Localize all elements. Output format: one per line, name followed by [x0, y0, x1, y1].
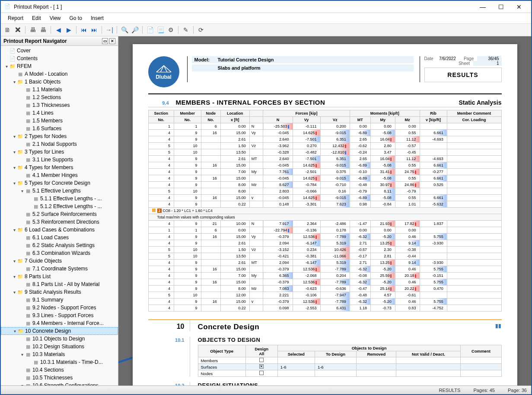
tree-item[interactable]: ▾▦5.1 Effective Lengths — [1, 187, 118, 195]
zoom-in-icon[interactable]: 🔍 — [120, 25, 129, 35]
minimize-button[interactable]: — — [474, 2, 491, 12]
header-icon[interactable]: 📃 — [156, 25, 165, 35]
grid-icon: ▦ — [25, 367, 31, 373]
tree-item[interactable]: ▾▦10.6 Strength Configurations — [1, 382, 118, 385]
folder-icon: 📁 — [17, 180, 23, 186]
last-icon[interactable]: ⏭ — [89, 25, 99, 35]
settings-icon[interactable]: ⚙ — [166, 25, 175, 35]
tree-item[interactable]: ▦5.1.1 Effective Lengths - ... — [1, 195, 118, 202]
prev-icon[interactable]: ◀ — [54, 25, 63, 35]
grid-icon: ▦ — [25, 382, 31, 385]
tree-item[interactable]: ▦10.1 Objects to Design — [1, 335, 118, 343]
tree-item[interactable]: ▦1.3 Thicknesses — [1, 101, 118, 109]
print-all-icon[interactable]: 🖶 — [38, 25, 48, 35]
report-viewport[interactable]: Dlubal Model: Tutorial Concrete Design S… — [118, 36, 531, 385]
tree-item[interactable]: ▦5.2 Surface Reinforcements — [1, 210, 118, 218]
tree-item[interactable]: ▦9.2 Nodes - Support Forces — [1, 304, 118, 312]
tree-item[interactable]: 📄Contents — [1, 55, 118, 62]
grid-icon: ▦ — [25, 344, 31, 350]
close-button[interactable]: ✕ — [510, 2, 528, 12]
tree-item[interactable]: ▾📁3 Types for Lines — [1, 148, 118, 156]
tree-item[interactable]: ▦5.3 Reinforcement Directions — [1, 218, 118, 226]
first-icon[interactable]: ⏮ — [79, 25, 89, 35]
tree-item[interactable]: ▦2.1 Nodal Supports — [1, 140, 118, 148]
grid-icon: ▦ — [25, 312, 31, 318]
tree-item[interactable]: ▾📁5 Types for Concrete Design — [1, 179, 118, 187]
tree-item[interactable]: ▦1.1 Materials — [1, 86, 118, 93]
navigator-tree[interactable]: 📄Cover📄Contents▾📁RFEM▦A Model - Location… — [1, 46, 118, 385]
tree-item[interactable]: ▦A Model - Location — [1, 70, 118, 78]
section-9-4-header: 9.4 MEMBERS - INTERNAL FORCES BY SECTION… — [148, 99, 502, 107]
grid-icon: ▦ — [25, 234, 31, 241]
menu-goto[interactable]: Go to — [65, 14, 86, 22]
edit-icon[interactable]: ✎ — [181, 25, 191, 35]
tree-item[interactable]: ▦6.2 Static Analysis Settings — [1, 241, 118, 249]
status-pages: Pages: 45 — [473, 388, 495, 393]
tree-item[interactable]: ▦9.1 Summary — [1, 296, 118, 304]
folder-icon: 📁 — [17, 289, 23, 295]
tree-item[interactable]: ▦7.1 Coordinate Systems — [1, 265, 118, 273]
model-label: Model: — [194, 57, 213, 62]
tree-item[interactable]: 📄Cover — [1, 47, 118, 55]
tree-item[interactable]: ▾▦10.3 Materials — [1, 350, 118, 358]
status-page: Page: 36 — [508, 388, 527, 393]
tree-item[interactable]: ▦5.1.2 Effective Lengths - ... — [1, 202, 118, 210]
tree-item[interactable]: ▦1.6 Surfaces — [1, 125, 118, 132]
model-value: Tutorial Concrete Design — [218, 57, 274, 62]
menu-view[interactable]: View — [45, 14, 65, 22]
tree-item[interactable]: ▾📁7 Guide Objects — [1, 257, 118, 265]
zoom-out-icon[interactable]: 🔎 — [130, 25, 140, 35]
tree-item[interactable]: ▾📁9 Static Analysis Results — [1, 288, 118, 296]
tree-item[interactable]: ▦10.2 Design Situations — [1, 343, 118, 350]
print-icon[interactable]: 🖶 — [28, 25, 38, 35]
tree-item[interactable]: ▦9.4 Members - Internal Force... — [1, 319, 118, 327]
tree-item[interactable]: ▦10.4 Sections — [1, 366, 118, 374]
folder-icon: 📁 — [17, 79, 23, 85]
tree-item[interactable]: ▦9.3 Lines - Support Forces — [1, 312, 118, 319]
grid-icon: ▦ — [25, 219, 31, 225]
tree-item[interactable]: ▾📁6 Load Cases & Combinations — [1, 226, 118, 234]
tree-item[interactable]: ▦1.5 Members — [1, 117, 118, 125]
refresh-icon[interactable]: ⟳ — [196, 25, 206, 35]
tree-item[interactable]: ▦4.1 Member Hinges — [1, 171, 118, 179]
menu-report[interactable]: Report — [3, 14, 28, 22]
goto-page-icon[interactable]: →| — [105, 25, 114, 35]
new-icon[interactable]: 🗎 — [3, 25, 12, 35]
tree-item[interactable]: ▦3.1 Line Supports — [1, 156, 118, 164]
next-icon[interactable]: ▶ — [64, 25, 73, 35]
grid-icon: ▦ — [33, 203, 39, 209]
tree-item[interactable]: ▦10.3.1 Materials - Time-D... — [1, 358, 118, 366]
navigator-close-icon[interactable]: ✕ — [109, 38, 115, 44]
app-window: 📄 Printout Report - [ 1 ] — ☐ ✕ Report E… — [0, 0, 532, 395]
grid-icon: ▦ — [25, 305, 31, 311]
tree-item[interactable]: ▦8.1 Parts List - All by Material — [1, 280, 118, 288]
tree-item[interactable]: ▾📁2 Types for Nodes — [1, 132, 118, 140]
menu-edit[interactable]: Edit — [28, 14, 45, 22]
page-setup-icon[interactable]: 📄 — [145, 25, 155, 35]
grid-icon: ▦ — [25, 118, 31, 124]
grid-icon: ▦ — [25, 102, 31, 108]
navigator-pane: Printout Report Navigator ▭ ✕ 📄Cover📄Con… — [1, 36, 118, 385]
tree-item[interactable]: ▾📁10 Concrete Design — [1, 327, 118, 335]
delete-icon[interactable]: 🗙 — [13, 25, 22, 35]
menu-insert[interactable]: Insert — [86, 14, 108, 22]
tree-item[interactable]: ▦1.2 Sections — [1, 93, 118, 101]
grid-icon: ▦ — [25, 375, 31, 381]
app-icon: 📄 — [4, 3, 11, 10]
tree-item[interactable]: ▦6.3 Combination Wizards — [1, 249, 118, 257]
objects-table: Object TypeDesignAllObjects to DesignCom… — [198, 345, 502, 377]
tree-item[interactable]: ▦1.4 Lines — [1, 109, 118, 117]
forces-table: SectionMemberNodeLocationForces [kip]Mom… — [148, 110, 502, 312]
section-10-1: 10.1 OBJECTS TO DESIGN Object TypeDesign… — [148, 337, 502, 377]
tree-item[interactable]: ▾📁RFEM — [1, 62, 118, 70]
section-10-2: 10.2 DESIGN SITUATIONS — [148, 382, 502, 385]
maximize-button[interactable]: ☐ — [492, 2, 510, 12]
tree-item[interactable]: ▾📁8 Parts List — [1, 273, 118, 280]
section-10-header: 10 Concrete Design▮▮ — [148, 319, 502, 331]
results-label: RESULTS — [424, 67, 502, 82]
tree-item[interactable]: ▦10.5 Thicknesses — [1, 374, 118, 382]
tree-item[interactable]: ▦6.1 Load Cases — [1, 234, 118, 241]
tree-item[interactable]: ▾📁1 Basic Objects — [1, 78, 118, 86]
navigator-dock-icon[interactable]: ▭ — [102, 38, 108, 44]
tree-item[interactable]: ▾📁4 Types for Members — [1, 164, 118, 171]
